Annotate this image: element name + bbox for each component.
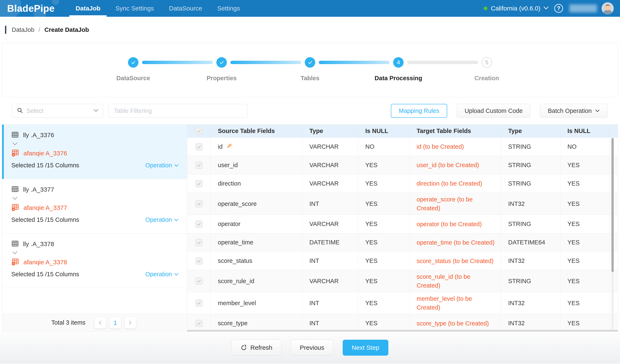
primary-key-icon <box>226 143 232 150</box>
column-header: Source Table Fields <box>211 125 302 137</box>
source-table-name: lly .A_3376 <box>23 132 54 139</box>
target-field-name: user_id (to be Created) <box>409 156 501 174</box>
operation-dropdown[interactable]: Operation <box>145 162 179 169</box>
checkbox[interactable] <box>195 221 202 228</box>
refresh-button[interactable]: Refresh <box>232 340 281 356</box>
wizard-steps: DataSourcePropertiesTables4Data Processi… <box>89 57 531 82</box>
scrollbar-thumb[interactable] <box>611 138 614 272</box>
checkbox[interactable] <box>195 300 202 307</box>
step-label: Properties <box>206 75 236 82</box>
step-tables: Tables <box>266 57 354 82</box>
target-field-nullable: YES <box>560 252 609 270</box>
prev-page-button[interactable] <box>94 317 106 328</box>
checkbox[interactable] <box>195 239 202 246</box>
target-field-type: STRING <box>501 174 560 193</box>
previous-button[interactable]: Previous <box>291 340 333 356</box>
help-icon[interactable]: ? <box>554 4 563 13</box>
table-list-panel: lly .A_3376 afanqie A_3376 Selected 15 /… <box>2 125 187 332</box>
target-field-type: STRING <box>501 156 560 174</box>
row-checkbox-cell <box>187 174 211 193</box>
nav-tab-datasource[interactable]: DataSource <box>163 0 208 17</box>
chevron-down-icon <box>174 164 179 167</box>
table-body: id VARCHAR NO id (to be Created) STRING … <box>187 137 618 332</box>
mapping-rules-button[interactable]: Mapping Rules <box>391 104 447 118</box>
avatar[interactable] <box>602 2 614 15</box>
header-filler <box>609 125 618 137</box>
target-field-name: operate_score (to be Created) <box>409 193 501 215</box>
source-field-name: score_status <box>218 258 252 264</box>
chevron-down-icon[interactable] <box>12 251 18 255</box>
row-checkbox-cell <box>187 252 211 270</box>
step-label: Creation <box>474 75 499 82</box>
target-field-type: INT32 <box>501 252 560 270</box>
target-field-type: DATETIME64 <box>501 233 560 252</box>
checkbox[interactable] <box>195 143 202 150</box>
source-field-type: INT <box>302 252 358 270</box>
check-icon <box>197 301 201 305</box>
table-add-icon <box>11 258 19 266</box>
source-field-type: VARCHAR <box>302 156 358 174</box>
mapping-workspace: lly .A_3376 afanqie A_3376 Selected 15 /… <box>2 124 618 332</box>
region-selector[interactable]: California (v0.6.0) <box>491 5 540 12</box>
source-field-name: direction <box>218 180 241 187</box>
expand-chevron[interactable] <box>12 197 179 202</box>
table-select-dropdown[interactable]: Select <box>12 104 103 118</box>
chevron-down-icon[interactable] <box>543 6 549 11</box>
nav-tab-sync-settings[interactable]: Sync Settings <box>109 0 160 17</box>
source-field-nullable: YES <box>358 233 409 252</box>
checkbox[interactable] <box>195 180 202 187</box>
step-datasource: DataSource <box>89 57 177 82</box>
nav-tab-settings[interactable]: Settings <box>211 0 246 17</box>
checkbox[interactable] <box>195 277 202 285</box>
field-mapping-row: score_status INT YES score_status (to be… <box>187 252 618 270</box>
selected-columns-label: Selected 15 /15 Columns <box>11 162 79 169</box>
source-field-type: INT <box>302 193 358 215</box>
upload-custom-code-button[interactable]: Upload Custom Code <box>457 104 530 118</box>
table-list-item[interactable]: lly .A_3378 afanqie A_3378 Selected 15 /… <box>2 233 187 288</box>
step-creation: 5Creation <box>443 57 531 82</box>
checkbox[interactable] <box>195 200 202 207</box>
page-1-button[interactable]: 1 <box>109 317 121 328</box>
checkbox[interactable] <box>195 128 202 135</box>
toolbar-actions: Mapping Rules Upload Custom Code Batch O… <box>391 104 607 118</box>
vertical-scrollbar[interactable] <box>611 137 614 330</box>
next-page-button[interactable] <box>125 317 136 328</box>
source-field-type: VARCHAR <box>302 174 358 193</box>
nav-tab-label: Sync Settings <box>115 5 154 12</box>
operation-dropdown[interactable]: Operation <box>145 271 179 278</box>
source-field-name: operate_score <box>218 200 257 207</box>
chevron-down-icon[interactable] <box>12 142 18 146</box>
field-mapping-row: score_rule_id VARCHAR YES score_rule_id … <box>187 270 618 292</box>
target-field-type: INT32 <box>501 292 560 314</box>
nav-tab-label: Settings <box>217 5 240 12</box>
expand-chevron[interactable] <box>12 142 179 147</box>
operation-dropdown[interactable]: Operation <box>145 216 179 223</box>
chevron-down-icon[interactable] <box>12 197 18 200</box>
breadcrumb-parent[interactable]: DataJob <box>12 26 34 33</box>
expand-chevron[interactable] <box>12 251 179 256</box>
search-icon <box>17 107 23 114</box>
checkbox[interactable] <box>195 162 202 169</box>
check-icon <box>197 222 201 227</box>
table-filter-input[interactable] <box>108 104 247 118</box>
table-list-item[interactable]: lly .A_3377 afanqie A_3377 Selected 15 /… <box>2 179 187 233</box>
target-field-name: operate_time (to be Created) <box>409 233 501 252</box>
row-checkbox-cell <box>187 215 211 233</box>
checkbox[interactable] <box>195 320 202 327</box>
source-table-name: lly .A_3377 <box>23 186 54 193</box>
next-step-button[interactable]: Next Step <box>343 340 388 356</box>
chevron-down-icon <box>93 109 98 113</box>
nav-tab-datajob[interactable]: DataJob <box>69 0 107 17</box>
target-field-nullable: NO <box>560 137 609 156</box>
batch-operation-button[interactable]: Batch Operation <box>540 104 607 118</box>
source-field-name: id <box>218 143 223 150</box>
checkbox[interactable] <box>195 258 202 265</box>
target-field-name: score_type (to be Created) <box>409 314 501 332</box>
horizontal-scrollbar[interactable] <box>187 330 618 332</box>
step-check-icon <box>128 57 139 68</box>
app-logo[interactable]: BladePipe <box>6 3 63 14</box>
row-checkbox-cell <box>187 292 211 314</box>
source-field-type: VARCHAR <box>302 137 358 156</box>
source-field-name: user_id <box>218 162 238 169</box>
table-list-item[interactable]: lly .A_3376 afanqie A_3376 Selected 15 /… <box>2 125 187 179</box>
